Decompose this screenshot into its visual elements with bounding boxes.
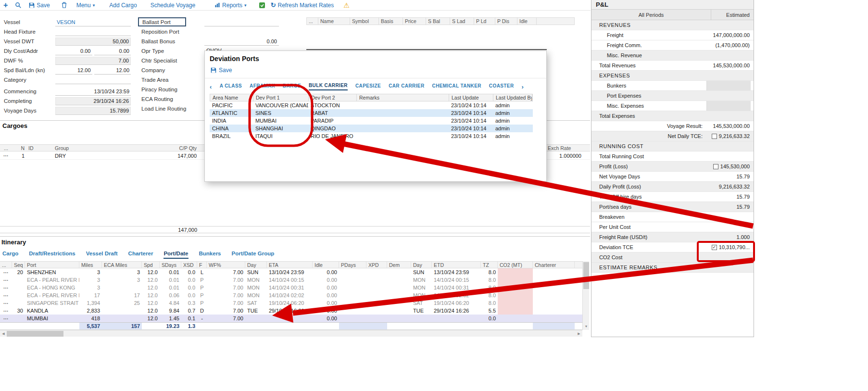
pnl-row-misc-revenue[interactable]: Misc. Revenue [591,50,754,61]
pnl-row-net-daily-tce[interactable]: Net Daily TCE:9,216,633.32 [591,131,754,141]
itinerary-row-eca-pearl-river-d[interactable]: •••ECA - PEARL RIVER D3312.00.010.0P7.00… [0,276,582,284]
ballast-bonus-field[interactable]: 0.00 [204,38,279,46]
pnl-checkbox-deviation-tce[interactable]: ✓ [712,245,717,250]
itinerary-col-charterer[interactable]: Charterer [533,262,575,268]
pnl-row-revenues[interactable]: REVENUES [591,20,754,30]
dev-col-last-update[interactable]: Last Update [449,94,493,101]
itinerary-col-idle[interactable]: Idle [313,262,339,268]
itinerary-col-spd[interactable]: Spd [142,262,160,268]
market-col-idle[interactable]: Idle [517,18,537,25]
market-col-s-bal[interactable]: S Bal [426,18,450,25]
cargoes-col-exch-rate[interactable]: Exch Rate [546,145,583,151]
pnl-row-freight-rate-usd-t[interactable]: Freight Rate (USD/t)1.000 [591,232,754,242]
pnl-row-net-voyage-days[interactable]: Net Voyage Days15.79 [591,172,754,182]
pnl-row-deviation-tce[interactable]: Deviation TCE✓10,310,790... [591,242,754,252]
pnl-row-freight-comm[interactable]: Freight Comm.(1,470,000.00) [591,40,754,50]
itinerary-col-wf[interactable]: WF% [207,262,245,268]
pnl-row-port-expenses[interactable]: Port Expenses [591,91,754,101]
scroll-right-icon[interactable]: ▶ [576,330,582,337]
scrollbar-thumb[interactable] [7,331,63,337]
cargoes-col-id[interactable]: ID [26,145,53,151]
tabs-back-icon[interactable]: ‹ [210,83,212,90]
category-field[interactable] [55,76,131,84]
tab-car-carrier[interactable]: CAR CARRIER [389,83,424,90]
delete-button[interactable] [62,2,67,8]
pnl-row-total-off-hire-days[interactable]: Total/Off hire days15.79 [591,192,754,202]
deviation-row-china[interactable]: CHINASHANGHAIQINGDAO23/10/24 10:14admin [210,125,533,132]
pnl-checkbox-profit-loss[interactable] [713,164,718,169]
dev-col-last-updated-by[interactable]: Last Updated By [493,94,532,101]
row-menu-icon[interactable]: ••• [0,291,12,299]
pnl-row-daily-profit-loss[interactable]: Daily Profit (Loss)9,216,633.32 [591,182,754,192]
tab-capesize[interactable]: CAPESIZE [355,83,381,90]
option-reposition-port[interactable]: Reposition Port [138,27,205,37]
pnl-row-per-unit-cost[interactable]: Per Unit Cost [591,222,754,232]
spd-bal-ldn-kn-field[interactable]: 12.00 [55,66,92,75]
pnl-row-bunkers[interactable]: Bunkers [591,81,754,91]
itinerary-col-xsd[interactable]: XSD [181,262,197,268]
option-piracy-routing[interactable]: Piracy Routing [138,85,205,94]
pnl-row-running-cost[interactable]: RUNNING COST [591,141,754,151]
row-menu-icon[interactable]: ••• [0,268,12,276]
pnl-row-profit-loss[interactable]: Profit (Loss)145,530,000 [591,162,754,172]
dev-col-remarks[interactable]: Remarks [357,94,449,101]
reports-button[interactable]: Reports ▾ [214,2,247,9]
pnl-row-voyage-result[interactable]: Voyage Result:145,530,000.00 [591,121,754,131]
warning-icon[interactable]: ⚠ [343,1,350,9]
pnl-row-freight[interactable]: Freight147,000,000.00 [591,30,754,40]
option-ballast-bonus[interactable]: Ballast Bonus [138,37,205,46]
spd-bal-ldn-kn-field-2[interactable]: 12.00 [94,66,131,75]
row-menu-icon[interactable]: ••• [0,152,12,159]
itinerary-row-eca-hong-kong[interactable]: •••ECA - HONG KONG312.00.010.0P7.00MON14… [0,284,582,291]
dev-col-dev-port-2[interactable]: Dev Port 2 [309,94,357,101]
cargoes-col-n[interactable]: N [12,145,26,151]
pnl-row-co2-cost[interactable]: CO2 Cost [591,252,754,263]
scrollbar-thumb[interactable] [583,262,589,289]
new-button[interactable]: + [3,1,8,10]
itinerary-tab-bunkers[interactable]: Bunkers [199,251,221,259]
row-menu-icon[interactable]: ••• [0,276,12,284]
market-col-p-dis[interactable]: P Dis [495,18,517,25]
itinerary-col-pdays[interactable]: PDays [339,262,366,268]
scroll-left-icon[interactable]: ◀ [0,330,7,337]
itinerary-col-day[interactable]: Day [245,262,267,268]
itinerary-row-singapore-strait[interactable]: •••SINGAPORE STRAIT1,3942512.04.840.3P7.… [0,299,582,307]
tabs-forward-icon[interactable]: › [522,83,524,90]
pnl-row-total-revenues[interactable]: Total Revenues145,530,000.00 [591,61,754,71]
itinerary-row-eca-pearl-river-d[interactable]: •••ECA - PEARL RIVER D171712.00.060.0P7.… [0,291,582,299]
row-menu-icon[interactable]: ••• [0,284,12,291]
tab-coaster[interactable]: COASTER [489,83,514,90]
itinerary-tab-charterer[interactable]: Charterer [128,251,153,259]
search-button[interactable] [15,2,21,8]
itinerary-tab-draft-restrictions[interactable]: Draft/Restrictions [29,251,75,259]
option-eca-routing[interactable]: ECA Routing [138,94,205,104]
option-chtr-specialist[interactable]: Chtr Specialist [138,56,205,65]
itinerary-tab-vessel-draft[interactable]: Vessel Draft [86,251,118,259]
option-opr-type[interactable]: Opr Type [138,46,205,56]
option-trade-area[interactable]: Trade Area [138,75,205,85]
market-col-s-lad[interactable]: S Lad [450,18,474,25]
pnl-row-total-running-cost[interactable]: Total Running Cost [591,151,754,162]
itinerary-col-f[interactable]: F [197,262,207,268]
market-col-p-ld[interactable]: P Ld [474,18,495,25]
dly-cost-addr-field[interactable]: 0.00 [55,47,92,55]
pnl-checkbox-net-daily-tce[interactable] [712,134,717,139]
itinerary-col-etd[interactable]: ETD [432,262,481,268]
add-cargo-button[interactable]: Add Cargo [109,2,137,9]
itinerary-col-eca_miles[interactable]: ECA Miles [102,262,142,268]
market-col-basis[interactable]: Basis [379,18,403,25]
ballast-port-field[interactable] [204,18,279,26]
vertical-scrollbar[interactable]: ▼ [582,261,589,330]
deviation-row-india[interactable]: INDIAMUMBAIPARADIP23/10/24 10:14admin [210,117,533,125]
deviation-row-pacific[interactable]: PACIFICVANCOUVER (CANADSTOCKTON23/10/24 … [210,101,533,109]
itinerary-tab-cargo[interactable]: Cargo [2,251,18,259]
schedule-voyage-button[interactable]: Schedule Voyage [151,2,195,9]
pnl-row-breakeven[interactable]: Breakeven [591,212,754,222]
itinerary-col-xpd[interactable]: XPD [366,262,387,268]
validate-button[interactable] [259,2,265,8]
pnl-row-expenses[interactable]: EXPENSES [591,71,754,81]
option-company[interactable]: Company [138,65,205,75]
deviation-row-atlantic[interactable]: ATLANTICSINESRABAT23/10/24 10:14admin [210,109,533,117]
pnl-row-misc-expenses[interactable]: Misc. Expenses [591,101,754,111]
dev-col-area-name[interactable]: Area Name [210,94,253,101]
